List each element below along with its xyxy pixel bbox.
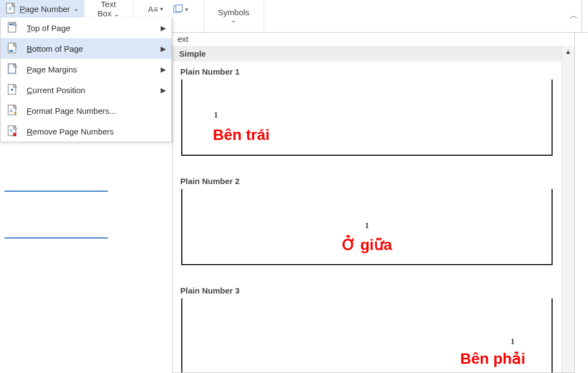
annotation-label: Bên phải [460,350,525,368]
object-button[interactable]: ▾ [171,3,191,15]
page-number-label: Page Number [20,4,70,14]
gallery-scrollbar[interactable]: ▲ [561,46,574,372]
gallery-option-right[interactable]: 1Bên phải [181,298,553,372]
symbols-group[interactable]: Symbols ⌄ [204,0,264,32]
gallery-option-left[interactable]: 1Bên trái [181,80,553,156]
svg-text:#: # [9,6,11,11]
menu-item-page-format[interactable]: #Format Page Numbers... [1,100,171,121]
page-number-icon: # [5,3,16,15]
page-number-menu: Top of Page▶Bottom of Page▶Page Margins▶… [0,17,172,142]
page-number-button[interactable]: # Page Number ⌄ [0,0,84,17]
gallery-option-title: Plain Number 1 [173,62,561,80]
page-remove-icon: # [7,125,18,137]
svg-text:#: # [10,128,13,133]
document-line [4,191,108,192]
page-number-sample: 1 [511,338,514,346]
svg-rect-5 [9,23,13,25]
drop-cap-button[interactable]: A≡ ▾ [146,3,166,15]
text-box-button[interactable]: Text Box ⌄ [97,0,119,18]
svg-text:#: # [10,108,13,114]
submenu-arrow-icon: ▶ [161,65,166,74]
svg-rect-3 [176,5,182,11]
scroll-up-button[interactable]: ▲ [562,46,574,58]
submenu-arrow-icon: ▶ [161,24,166,32]
menu-item-page-bottom[interactable]: Bottom of Page▶ [1,38,171,59]
menu-item-label: Page Margins [27,65,152,74]
page-current-icon [7,84,18,96]
menu-item-label: Bottom of Page [27,44,152,53]
svg-point-11 [11,89,13,91]
text-group-partial-label: ext [172,33,575,46]
menu-item-label: Top of Page [27,23,152,33]
submenu-arrow-icon: ▶ [161,45,166,53]
page-number-sample: 1 [214,111,218,120]
svg-rect-7 [9,50,13,52]
gallery-option-title: Plain Number 2 [173,171,561,189]
menu-item-label: Remove Page Numbers [27,127,166,136]
collapse-ribbon-button[interactable]: ︿ [566,0,581,32]
menu-item-page-margins[interactable]: Page Margins▶ [1,59,171,80]
gallery-option-title: Plain Number 3 [173,280,561,298]
document-line [4,237,108,239]
gallery-option-center[interactable]: 1Ở giữa [181,189,553,265]
gallery-section-header: Simple [173,46,561,62]
page-bottom-icon [7,42,18,54]
page-number-sample: 1 [365,222,369,230]
menu-item-page-current[interactable]: Current Position▶ [1,80,171,100]
page-top-icon [7,22,18,34]
annotation-label: Bên trái [213,126,270,144]
menu-item-label: Format Page Numbers... [27,106,166,115]
page-number-gallery: SimplePlain Number 11Bên tráiPlain Numbe… [172,46,575,373]
submenu-arrow-icon: ▶ [161,86,166,94]
page-format-icon: # [7,105,18,117]
page-margins-icon [7,63,18,75]
menu-item-label: Current Position [27,85,152,95]
annotation-label: Ở giữa [342,236,392,254]
menu-item-page-top[interactable]: Top of Page▶ [1,17,171,38]
menu-item-page-remove[interactable]: #Remove Page Numbers [1,121,171,142]
chevron-down-icon: ⌄ [74,5,79,13]
